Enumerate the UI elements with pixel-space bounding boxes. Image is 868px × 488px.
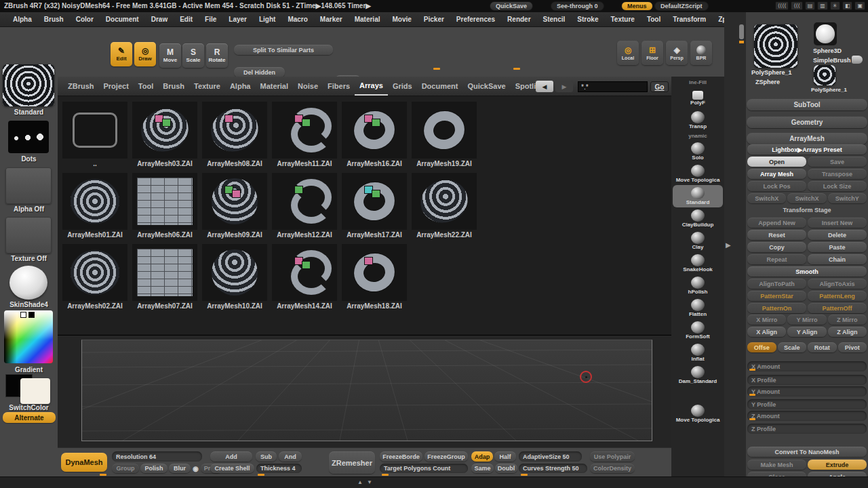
extrude-button[interactable]: Extrude (808, 460, 867, 470)
delete-button[interactable]: Delete (808, 230, 867, 240)
y-align-button[interactable]: Y Align (787, 327, 826, 337)
material-thumbnail[interactable] (9, 266, 47, 300)
lightbox-item[interactable]: ArrayMesh02.ZAI (61, 244, 129, 310)
add-button[interactable]: Add (210, 451, 252, 462)
brush-item[interactable]: Inflat (673, 342, 723, 364)
titlebar-icon[interactable]: ✳ (830, 1, 840, 10)
lightbox-item[interactable]: ArrayMesh06.ZAI (131, 173, 199, 239)
lock-size-button[interactable]: Lock Size (808, 181, 867, 191)
edit-button[interactable]: ✎ Edit (111, 42, 132, 66)
lightbox-arrays-preset-button[interactable]: Lightbox▶Arrays Preset (747, 144, 867, 155)
brush-item[interactable]: ynamic (673, 131, 723, 140)
x-mirror-button[interactable]: X Mirro (747, 314, 786, 325)
y-amount-slider[interactable]: Y Amount (747, 386, 867, 396)
sphere3d-label[interactable]: Sphere3D (813, 47, 842, 54)
curves-strength-slider[interactable]: Curves Strength 50 (519, 464, 587, 473)
open-button[interactable]: Open (747, 157, 806, 167)
lightbox-item[interactable]: ArrayMesh14.ZAI (271, 244, 338, 310)
lightbox-search-input[interactable] (578, 81, 648, 92)
lightbox-tab[interactable]: Material (255, 77, 293, 96)
align-to-path-button[interactable]: AlignToPath (747, 279, 806, 289)
menu-item[interactable]: Edit (174, 16, 199, 23)
arraymesh-section-header[interactable]: ArrayMesh (747, 133, 867, 144)
menu-item[interactable]: Draw (145, 16, 174, 23)
repeat-button[interactable]: Repeat (747, 254, 806, 264)
lightbox-back-button[interactable]: ◀ (536, 81, 553, 92)
brush-item[interactable]: Dam_Standard (673, 364, 723, 386)
lightbox-go-button[interactable]: Go (650, 81, 669, 92)
titlebar-icon[interactable]: ⟨⟨⟨ (791, 1, 802, 10)
split-to-similar-parts-button[interactable]: Split To Similar Parts (234, 45, 333, 55)
titlebar-icon[interactable]: ▥ (817, 1, 828, 10)
brush-item[interactable]: Move Topologica (673, 163, 723, 185)
zremesher-button[interactable]: ZRemesher (329, 451, 375, 474)
active-tool-thumbnail[interactable] (754, 24, 797, 68)
scroll-down-icon[interactable]: ▼ (367, 479, 372, 485)
geometry-section-header[interactable]: Geometry (747, 117, 867, 128)
brush-item[interactable]: PolyF (673, 87, 723, 109)
lightbox-item[interactable]: ArrayMesh19.ZAI (410, 102, 478, 167)
dynamesh-button[interactable]: DynaMesh (61, 453, 107, 472)
draw-button[interactable]: ◎ Draw (134, 42, 156, 66)
menu-item[interactable]: Layer (222, 16, 253, 23)
titlebar-icon[interactable]: ⟨⟨⟨⟨ (775, 1, 789, 10)
copy-button[interactable]: Copy (747, 242, 806, 252)
resolution-slider[interactable]: Resolution 64 (112, 451, 202, 462)
rotate-mode-button[interactable]: Rotat (808, 342, 837, 352)
half-button[interactable]: Half (494, 451, 516, 462)
menu-item[interactable]: Brush (38, 16, 70, 23)
quicksave-button[interactable]: QuickSave (490, 1, 533, 11)
freeze-border-button[interactable]: FreezeBorde (380, 451, 422, 462)
see-through-slider[interactable]: See-through 0 (551, 1, 604, 11)
menu-item[interactable]: Preferences (450, 16, 501, 23)
menu-item[interactable]: Picker (418, 16, 450, 23)
color-picker[interactable] (4, 310, 53, 363)
freeze-groups-button[interactable]: FreezeGroup (425, 451, 468, 462)
subtool-section-header[interactable]: SubTool (747, 99, 867, 110)
lightbox-item[interactable]: ArrayMesh17.ZAI (340, 173, 408, 239)
brush-item[interactable]: ClayBuildup (673, 207, 723, 230)
brush-item[interactable]: Flatten (673, 297, 723, 319)
adaptive-size-slider[interactable]: AdaptiveSize 50 (519, 451, 582, 462)
lightbox-tab[interactable]: Brush (158, 77, 189, 96)
menu-item[interactable]: Marker (314, 16, 349, 23)
secondary-color-swatch[interactable] (20, 378, 50, 404)
switch-color-label[interactable]: SwitchColor (0, 404, 58, 411)
color-swatch-black[interactable] (28, 312, 35, 318)
sub-button[interactable]: Sub (256, 451, 277, 462)
brush-item[interactable]: Transp (673, 109, 723, 131)
x-amount-slider[interactable]: X Amount (747, 361, 867, 371)
menu-item[interactable]: Document (100, 16, 145, 23)
titlebar-icon[interactable]: ▣ (854, 1, 865, 10)
y-mirror-button[interactable]: Y Mirro (787, 314, 826, 325)
menu-item[interactable]: Render (501, 16, 536, 23)
save-button[interactable]: Save (808, 157, 867, 167)
brush-item[interactable]: FormSoft (673, 319, 723, 342)
blur-radius-icon[interactable]: ◉ (191, 464, 200, 473)
polish-button[interactable]: Polish (140, 464, 167, 473)
align-to-axis-button[interactable]: AlignToAxis (808, 279, 867, 289)
scroll-up-icon[interactable]: ▲ (357, 479, 363, 485)
menu-item[interactable]: Light (253, 16, 281, 23)
texture-thumbnail[interactable] (5, 217, 52, 253)
floor-button[interactable]: ⊞ Floor (642, 41, 663, 65)
reset-button[interactable]: Reset (747, 230, 806, 240)
menus-button[interactable]: Menus (621, 1, 653, 11)
polysphere-small-thumbnail[interactable] (814, 65, 835, 85)
paste-button[interactable]: Paste (808, 242, 867, 252)
brush-item[interactable]: Standard (673, 185, 723, 207)
current-brush-thumbnail[interactable] (3, 64, 54, 106)
lightbox-item[interactable]: ArrayMesh10.ZAI (201, 244, 269, 310)
y-profile-slider[interactable]: Y Profile (747, 399, 867, 409)
menu-item[interactable]: Material (349, 16, 387, 23)
lightbox-forward-button[interactable]: ▶ (555, 81, 573, 92)
menu-item[interactable]: Stencil (537, 16, 572, 23)
and-button[interactable]: And (279, 451, 302, 462)
panel-collapse-arrow[interactable]: ▶ (726, 241, 731, 249)
lightbox-item[interactable]: ArrayMesh03.ZAI (131, 102, 199, 167)
brush-item[interactable]: ine-Fill (673, 78, 723, 87)
lightbox-item[interactable]: ArrayMesh22.ZAI (410, 173, 478, 239)
brush-item[interactable]: hPolish (673, 274, 723, 297)
chain-button[interactable]: Chain (808, 254, 867, 264)
lightbox-item[interactable]: .. (61, 102, 129, 167)
